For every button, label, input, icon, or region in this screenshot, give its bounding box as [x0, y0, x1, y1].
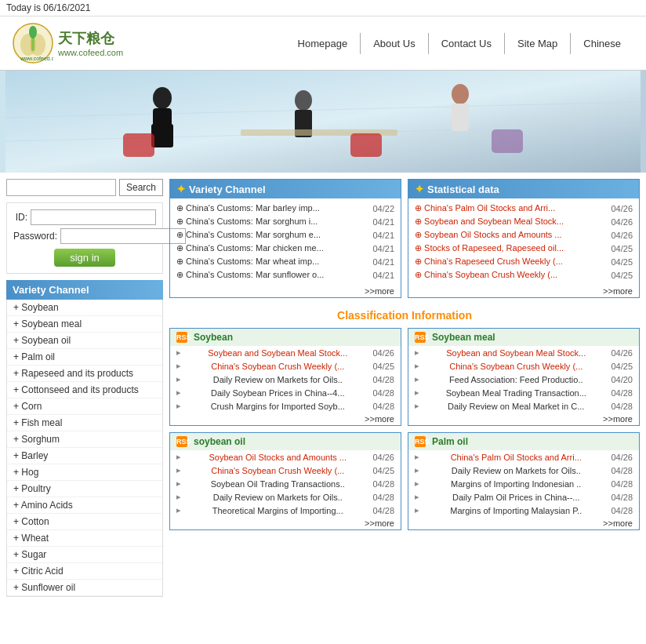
bullet-icon: ▸ — [415, 492, 419, 502]
search-input[interactable] — [6, 179, 116, 196]
news-link[interactable]: ⊕ China's Customs: Mar chicken me... — [176, 243, 324, 253]
news-link[interactable]: ⊕ China's Rapeseed Crush Weekly (... — [415, 257, 563, 267]
top-bar: Today is 06/16/2021 — [0, 0, 646, 16]
class-news-link[interactable]: China's Soybean Crush Weekly (... — [211, 466, 344, 475]
statistical-more[interactable]: >>more — [408, 285, 639, 297]
nav-contact[interactable]: Contact Us — [429, 33, 505, 54]
class-date: 04/28 — [611, 466, 633, 475]
sidebar-link-cotton[interactable]: Cotton — [7, 514, 162, 530]
bullet-icon: ▸ — [176, 492, 181, 502]
class-news-link[interactable]: Daily Review on Markets for Oils.. — [213, 493, 343, 502]
class-news-link[interactable]: China's Soybean Crush Weekly (... — [211, 362, 344, 371]
news-link[interactable]: ⊕ China's Customs: Mar sorghum i... — [176, 216, 318, 227]
class-date: 04/28 — [372, 402, 394, 411]
sidebar-link-sorghum[interactable]: Sorghum — [7, 431, 162, 448]
class-news-row: ▸ Soybean Oil Stocks and Amounts ... 04/… — [170, 450, 401, 464]
class-news-link[interactable]: Margins of Importing Malaysian P.. — [450, 506, 582, 515]
class-news-link[interactable]: Theoretical Margins of Importing... — [212, 506, 343, 515]
class-news-link[interactable]: Soybean and Soybean Meal Stock... — [446, 348, 586, 358]
class-more[interactable]: >>more — [170, 413, 401, 425]
sidebar-link-poultry[interactable]: Poultry — [7, 481, 162, 497]
search-button[interactable]: Search — [119, 179, 163, 196]
bullet-icon: ▸ — [176, 387, 181, 398]
statistical-panel: ✦ Statistical data ⊕ China's Palm Oil St… — [408, 179, 640, 298]
news-link[interactable]: ⊕ China's Palm Oil Stocks and Arri... — [415, 203, 555, 213]
sidebar-link-hog[interactable]: Hog — [7, 464, 162, 481]
class-news-link[interactable]: Soybean Oil Stocks and Amounts ... — [209, 453, 346, 462]
sidebar-link-soybean[interactable]: Soybean — [7, 300, 162, 316]
news-link[interactable]: ⊕ Soybean and Soybean Meal Stock... — [415, 216, 564, 227]
variety-channel-panel-title: Variety Channel — [189, 184, 266, 195]
sidebar-link-sugar[interactable]: Sugar — [7, 547, 162, 563]
news-link[interactable]: ⊕ China's Customs: Mar sorghum e... — [176, 230, 321, 240]
class-news-link[interactable]: Daily Soybean Prices in China--4... — [211, 388, 345, 398]
class-news-link[interactable]: Daily Review on Markets for Oils.. — [213, 375, 343, 384]
news-date: 04/21 — [372, 271, 394, 280]
class-date: 04/28 — [372, 479, 394, 489]
nav-chinese[interactable]: Chinese — [571, 33, 633, 54]
news-row: ⊕ China's Soybean Crush Weekly (...04/25 — [408, 268, 639, 282]
password-input[interactable] — [60, 228, 186, 244]
news-link[interactable]: ⊕ Soybean Oil Stocks and Amounts ... — [415, 230, 562, 240]
classification-title: Classification Information — [169, 304, 640, 328]
signin-button[interactable]: sign in — [54, 249, 115, 267]
class-news-row: ▸ Soybean Meal Trading Transaction... 04… — [408, 386, 639, 399]
class-date: 04/28 — [611, 388, 633, 398]
banner-overlay — [0, 71, 646, 173]
nav-homepage[interactable]: Homepage — [285, 33, 361, 54]
id-label: ID: — [13, 212, 31, 223]
class-news-link[interactable]: Daily Review on Markets for Oils.. — [452, 466, 581, 475]
class-news-link[interactable]: Feed Association: Feed Productio.. — [449, 375, 583, 384]
sidebar-link-cottonseed-and-its-products[interactable]: Cottonseed and its products — [7, 382, 162, 398]
bullet-icon: ▸ — [176, 478, 181, 489]
sidebar-link-soybean-meal[interactable]: Soybean meal — [7, 316, 162, 333]
news-link[interactable]: ⊕ China's Customs: Mar wheat imp... — [176, 257, 319, 267]
sidebar-link-wheat[interactable]: Wheat — [7, 530, 162, 547]
id-input[interactable] — [31, 209, 156, 225]
sidebar-link-corn[interactable]: Corn — [7, 398, 162, 415]
class-news-link[interactable]: Margins of Importing Indonesian .. — [451, 479, 581, 489]
news-link[interactable]: ⊕ China's Soybean Crush Weekly (... — [415, 270, 557, 280]
nav-about[interactable]: About Us — [361, 33, 428, 54]
variety-more[interactable]: >>more — [170, 285, 401, 297]
class-date: 04/26 — [611, 453, 633, 462]
class-news-link[interactable]: Soybean and Soybean Meal Stock... — [208, 348, 347, 358]
banner — [0, 71, 646, 173]
news-link[interactable]: ⊕ China's Customs: Mar barley imp... — [176, 203, 320, 213]
sidebar-link-barley[interactable]: Barley — [7, 448, 162, 464]
news-link[interactable]: ⊕ Stocks of Rapeseed, Rapeseed oil... — [415, 243, 564, 253]
sidebar-link-soybean-oil[interactable]: Soybean oil — [7, 333, 162, 349]
sidebar-link-fish-meal[interactable]: Fish meal — [7, 415, 162, 431]
class-news-row: ▸ China's Palm Oil Stocks and Arri... 04… — [408, 450, 639, 464]
nav-sitemap[interactable]: Site Map — [505, 33, 571, 54]
bullet-icon: ▸ — [415, 452, 419, 462]
class-panel-title: soybean oil — [194, 436, 245, 447]
class-news-link[interactable]: China's Palm Oil Stocks and Arri... — [451, 453, 582, 462]
class-date: 04/28 — [611, 506, 633, 515]
date-text: Today is 06/16/2021 — [6, 2, 90, 13]
class-more[interactable]: >>more — [408, 517, 639, 529]
class-news-link[interactable]: Crush Margins for Imported Soyb... — [211, 402, 345, 411]
bullet-icon: ▸ — [176, 361, 181, 371]
news-date: 04/26 — [611, 231, 633, 240]
news-date: 04/21 — [372, 257, 394, 267]
variety-star-icon: ✦ — [176, 183, 186, 195]
svg-rect-18 — [123, 133, 154, 157]
news-row: ⊕ China's Rapeseed Crush Weekly (...04/2… — [408, 255, 639, 268]
sidebar-link-rapeseed-and-its-products[interactable]: Rapeseed and its products — [7, 366, 162, 382]
news-link[interactable]: ⊕ China's Customs: Mar sunflower o... — [176, 270, 324, 280]
class-date: 04/28 — [372, 375, 394, 384]
class-more[interactable]: >>more — [170, 517, 401, 529]
sidebar-link-amino-acids[interactable]: Amino Acids — [7, 497, 162, 514]
sidebar-link-sunflower-oil[interactable]: Sunflower oil — [7, 580, 162, 596]
class-panel-palm-oil: RSS Palm oil ▸ China's Palm Oil Stocks a… — [408, 432, 640, 530]
class-news-link[interactable]: Daily Review on Meal Market in C... — [448, 402, 584, 411]
sidebar-link-palm-oil[interactable]: Palm oil — [7, 349, 162, 366]
class-news-link[interactable]: Daily Palm Oil Prices in China--... — [452, 493, 580, 502]
sidebar-link-citric-acid[interactable]: Citric Acid — [7, 563, 162, 580]
class-news-link[interactable]: China's Soybean Crush Weekly (... — [449, 362, 582, 371]
class-date: 04/28 — [372, 388, 394, 398]
class-news-link[interactable]: Soybean Oil Trading Transactions.. — [211, 479, 345, 489]
class-news-link[interactable]: Soybean Meal Trading Transaction... — [446, 388, 586, 398]
class-more[interactable]: >>more — [408, 413, 639, 425]
